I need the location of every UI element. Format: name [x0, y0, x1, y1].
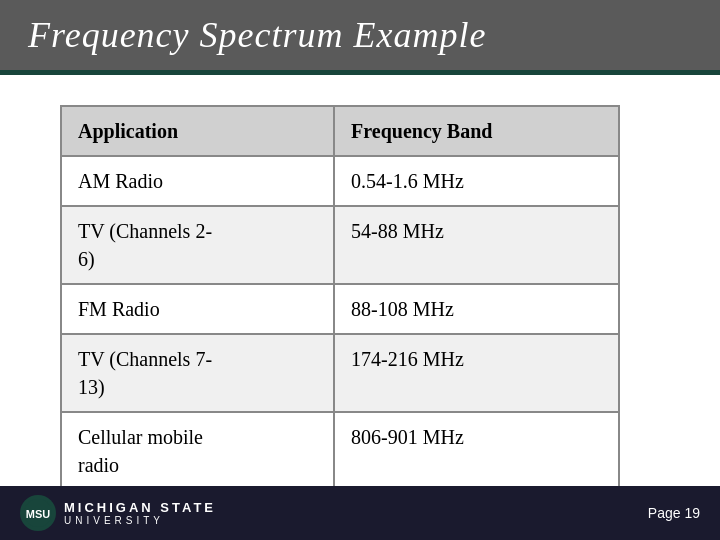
freq-cell: 806-901 MHz: [334, 412, 619, 490]
freq-cell: 174-216 MHz: [334, 334, 619, 412]
col-header-frequency: Frequency Band: [334, 106, 619, 156]
msu-emblem: MSU: [20, 495, 56, 531]
app-cell: FM Radio: [61, 284, 334, 334]
msu-university-name-top: MICHIGAN STATE: [64, 500, 216, 515]
app-cell: TV (Channels 7-13): [61, 334, 334, 412]
app-cell: TV (Channels 2-6): [61, 206, 334, 284]
footer-bar: MSU MICHIGAN STATE UNIVERSITY Page 19: [0, 486, 720, 540]
table-row: FM Radio 88-108 MHz: [61, 284, 619, 334]
msu-university-name-bottom: UNIVERSITY: [64, 515, 216, 526]
msu-wordmark: MICHIGAN STATE UNIVERSITY: [64, 500, 216, 526]
table-row: TV (Channels 2-6) 54-88 MHz: [61, 206, 619, 284]
freq-cell: 54-88 MHz: [334, 206, 619, 284]
app-cell: Cellular mobileradio: [61, 412, 334, 490]
msu-logo: MSU MICHIGAN STATE UNIVERSITY: [20, 495, 216, 531]
main-content: Application Frequency Band AM Radio 0.54…: [0, 75, 720, 521]
table-header-row: Application Frequency Band: [61, 106, 619, 156]
col-header-application: Application: [61, 106, 334, 156]
app-cell: AM Radio: [61, 156, 334, 206]
freq-cell: 0.54-1.6 MHz: [334, 156, 619, 206]
svg-text:MSU: MSU: [26, 508, 51, 520]
table-row: Cellular mobileradio 806-901 MHz: [61, 412, 619, 490]
header-bar: Frequency Spectrum Example: [0, 0, 720, 70]
page-number: Page 19: [648, 505, 700, 521]
slide-title: Frequency Spectrum Example: [28, 14, 487, 56]
table-row: AM Radio 0.54-1.6 MHz: [61, 156, 619, 206]
table-row: TV (Channels 7-13) 174-216 MHz: [61, 334, 619, 412]
frequency-table: Application Frequency Band AM Radio 0.54…: [60, 105, 620, 491]
freq-cell: 88-108 MHz: [334, 284, 619, 334]
